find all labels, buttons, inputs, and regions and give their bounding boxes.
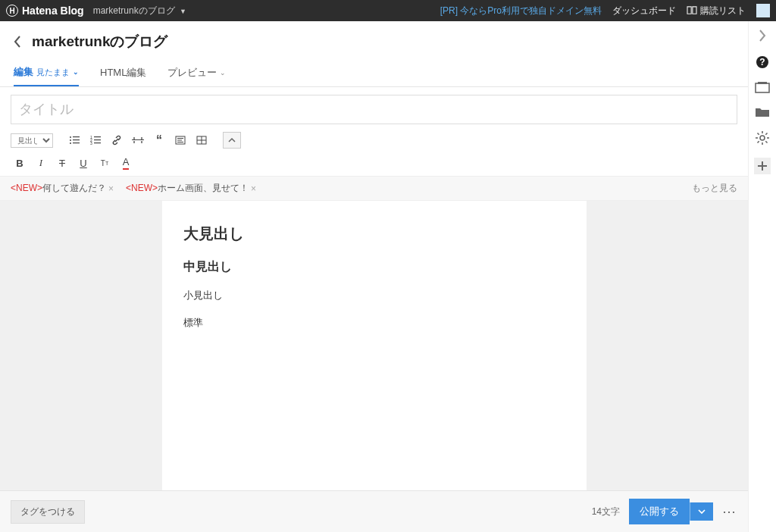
svg-rect-1 xyxy=(73,136,80,137)
blog-name-label: marketrunkのブログ xyxy=(93,5,175,16)
tab-edit-mode: 見たまま xyxy=(36,67,70,78)
publish-button[interactable]: 公開する xyxy=(629,499,690,524)
ordered-list-icon[interactable]: 123 xyxy=(86,132,105,149)
editor-footer: タグをつける 14文字 公開する ⋯ xyxy=(0,490,748,532)
more-options-icon[interactable]: ⋯ xyxy=(722,503,737,520)
strikethrough-icon[interactable]: T xyxy=(53,155,71,171)
logo-text: Hatena Blog xyxy=(22,5,84,17)
collapse-toolbar-icon[interactable] xyxy=(223,132,241,149)
svg-point-2 xyxy=(70,139,71,141)
tab-preview-label: プレビュー xyxy=(167,66,217,80)
caret-down-icon: ▼ xyxy=(180,8,186,15)
tab-html-label: HTML編集 xyxy=(100,66,146,80)
help-icon[interactable]: ? xyxy=(755,55,770,70)
user-avatar[interactable] xyxy=(756,4,770,17)
svg-rect-5 xyxy=(73,142,80,143)
svg-rect-7 xyxy=(94,136,101,137)
bold-icon[interactable]: B xyxy=(11,155,29,171)
italic-icon[interactable]: I xyxy=(32,155,50,171)
tab-edit[interactable]: 編集 見たまま ⌄ xyxy=(14,58,79,86)
svg-text:3: 3 xyxy=(90,141,92,145)
paragraph-normal: 標準 xyxy=(183,316,565,330)
svg-rect-22 xyxy=(756,83,769,92)
add-tag-button[interactable]: タグをつける xyxy=(11,500,85,524)
title-input[interactable] xyxy=(11,95,737,124)
editor-canvas[interactable]: 大見出し 中見出し 小見出し 標準 xyxy=(0,201,748,490)
svg-point-0 xyxy=(70,136,71,138)
chevron-down-icon: ⌄ xyxy=(73,68,79,76)
back-button[interactable] xyxy=(14,36,21,48)
link-icon[interactable] xyxy=(108,132,126,149)
suggestion-text: 何して遊んだ？ xyxy=(42,183,106,193)
more-suggestions-link[interactable]: もっと見る xyxy=(692,182,737,195)
heading-medium: 中見出し xyxy=(183,259,565,275)
read-more-icon[interactable] xyxy=(129,132,147,149)
subscribe-link[interactable]: 購読リスト xyxy=(687,5,746,17)
svg-point-24 xyxy=(760,136,765,140)
subscribe-label: 購読リスト xyxy=(700,5,746,17)
hatena-logo-icon: H xyxy=(6,5,18,17)
chevron-down-icon: ⌄ xyxy=(220,69,226,77)
suggestion-item[interactable]: <NEW>何して遊んだ？ xyxy=(11,182,106,195)
add-plugin-icon[interactable] xyxy=(754,158,771,174)
expand-sidebar-icon[interactable] xyxy=(758,29,767,42)
dashboard-link[interactable]: ダッシュボード xyxy=(612,5,676,17)
suggestion-text: ホーム画面、見せて！ xyxy=(158,183,249,193)
font-size-icon[interactable]: TT xyxy=(95,155,114,171)
svg-rect-11 xyxy=(94,142,101,143)
suggestion-item[interactable]: <NEW>ホーム画面、見せて！ xyxy=(126,182,249,195)
publish-options-button[interactable] xyxy=(690,502,713,521)
hatena-logo[interactable]: H Hatena Blog xyxy=(6,5,84,17)
svg-rect-15 xyxy=(177,140,182,141)
svg-line-30 xyxy=(765,141,767,142)
new-tag: <NEW> xyxy=(11,183,42,193)
close-icon[interactable]: × xyxy=(108,183,114,194)
settings-gear-icon[interactable] xyxy=(755,130,770,146)
heading-small: 小見出し xyxy=(183,289,565,302)
table-icon[interactable] xyxy=(192,132,211,149)
book-icon xyxy=(687,6,697,15)
editor-tabs: 編集 見たまま ⌄ HTML編集 プレビュー ⌄ xyxy=(0,58,748,87)
image-upload-icon[interactable] xyxy=(755,82,770,94)
new-tag: <NEW> xyxy=(126,183,158,193)
blog-title: marketrunkのブログ xyxy=(32,32,168,52)
underline-icon[interactable]: U xyxy=(74,155,92,171)
tab-edit-label: 編集 xyxy=(14,65,33,79)
svg-point-4 xyxy=(70,142,71,144)
folder-icon[interactable] xyxy=(755,106,770,118)
svg-line-32 xyxy=(765,133,767,135)
formatting-toolbar: 見出し 123 “ B I T U TT A xyxy=(0,129,748,176)
blockquote-icon[interactable]: “ xyxy=(150,132,168,149)
heading-large: 大見出し xyxy=(183,224,565,244)
pr-link[interactable]: [PR] 今ならPro利用で独自ドメイン無料 xyxy=(440,5,602,17)
svg-rect-9 xyxy=(94,139,101,140)
editor-page[interactable]: 大見出し 中見出し 小見出し 標準 xyxy=(162,201,587,490)
svg-rect-16 xyxy=(177,142,183,142)
svg-text:?: ? xyxy=(759,57,765,67)
close-icon[interactable]: × xyxy=(251,183,256,194)
svg-rect-3 xyxy=(73,139,80,140)
font-color-icon[interactable]: A xyxy=(117,155,135,171)
tab-preview[interactable]: プレビュー ⌄ xyxy=(167,58,226,86)
pre-block-icon[interactable] xyxy=(171,132,189,149)
character-count: 14文字 xyxy=(592,505,620,518)
sidebar-rail: ? xyxy=(749,21,776,532)
unordered-list-icon[interactable] xyxy=(65,132,83,149)
svg-rect-12 xyxy=(132,139,144,140)
tab-html[interactable]: HTML編集 xyxy=(100,58,146,86)
blog-selector[interactable]: marketrunkのブログ ▼ xyxy=(93,5,186,17)
svg-line-31 xyxy=(758,141,759,142)
topic-suggestion-bar: <NEW>何して遊んだ？ × <NEW>ホーム画面、見せて！ × もっと見る xyxy=(0,176,748,201)
heading-select[interactable]: 見出し xyxy=(11,133,53,148)
svg-rect-14 xyxy=(177,138,183,139)
editor-header: marketrunkのブログ xyxy=(0,21,748,58)
global-top-bar: H Hatena Blog marketrunkのブログ ▼ [PR] 今ならP… xyxy=(0,0,776,21)
svg-line-29 xyxy=(758,133,759,135)
svg-rect-23 xyxy=(758,82,767,84)
